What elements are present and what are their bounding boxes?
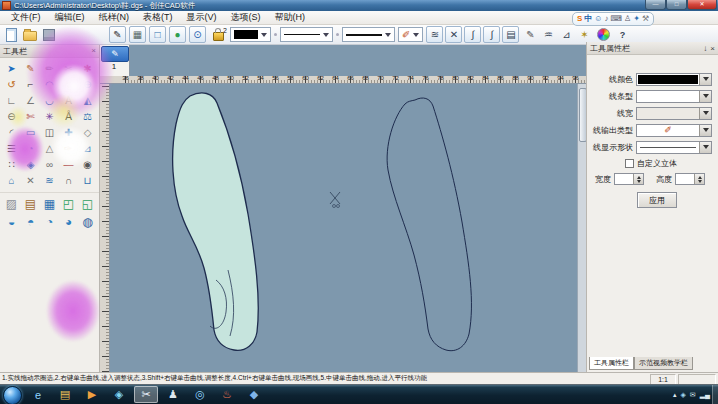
tool-button[interactable]: ∩ — [59, 172, 78, 188]
lock-button[interactable]: 2 — [209, 27, 227, 43]
line-color-select[interactable] — [636, 73, 712, 86]
tab-video-tutorial[interactable]: 示范视频教学栏 — [634, 357, 693, 370]
menu-item[interactable]: 纸样(N) — [92, 11, 137, 24]
taskbar-app-button[interactable]: ◈ — [107, 386, 131, 403]
dropdown-button[interactable] — [699, 74, 711, 85]
tool-button[interactable]: ⊕ — [78, 76, 97, 92]
curve-tool-button[interactable]: ✕ — [445, 26, 462, 43]
tool-button-large[interactable]: ▨ — [2, 195, 21, 213]
minimize-button[interactable]: — — [645, 0, 666, 10]
tool-button-large[interactable]: ▤ — [21, 195, 40, 213]
taskbar-app-button[interactable]: e — [26, 386, 50, 403]
tool-button-large[interactable]: ◰ — [59, 195, 78, 213]
line-output-select[interactable]: ✐ — [636, 124, 712, 137]
tool-button[interactable]: ◈ — [21, 156, 40, 172]
tool-button[interactable]: △ — [40, 140, 59, 156]
tool-button[interactable]: ✎ — [21, 60, 40, 76]
tool-button[interactable]: ◠ — [40, 76, 59, 92]
tray-icon[interactable]: ◈ — [680, 391, 685, 399]
taskbar-app-button[interactable]: ✂ — [134, 386, 158, 403]
tool-button-large[interactable]: ◔ — [40, 213, 59, 231]
tool-button[interactable]: ✄ — [21, 108, 40, 124]
toolbar-tool-button[interactable]: ✎ — [109, 26, 126, 43]
tool-button[interactable]: ◇ — [78, 124, 97, 140]
tool-button[interactable]: ◜ — [2, 124, 21, 140]
tray-icon[interactable]: ▴ — [673, 391, 677, 399]
curve-tool-button[interactable]: ≋ — [426, 26, 443, 43]
sogou-input-bar[interactable]: S中☺♪⌨♙✦⚒ — [572, 12, 654, 26]
shoe-pattern-outline[interactable] — [387, 98, 471, 351]
toolbar-tool-button[interactable]: ▦ — [129, 26, 146, 43]
menu-item[interactable]: 文件(F) — [4, 11, 48, 24]
toolbar-tool-button[interactable]: ● — [169, 26, 186, 43]
misc-tool-button[interactable]: ✎ — [522, 27, 538, 43]
pen-type-dropdown[interactable]: ✐ — [398, 27, 423, 42]
taskbar-app-button[interactable]: ▤ — [53, 386, 77, 403]
sogou-icon[interactable]: ✦ — [633, 14, 640, 24]
taskbar-app-button[interactable]: ♟ — [161, 386, 185, 403]
open-file-button[interactable] — [22, 27, 38, 43]
tray-icon[interactable]: ▂▄ — [700, 391, 710, 399]
curve-tool-button[interactable]: ▤ — [502, 26, 519, 43]
tool-button[interactable]: ◔ — [21, 140, 40, 156]
tool-button[interactable]: ⊔ — [78, 172, 97, 188]
color-wheel-button[interactable] — [595, 27, 611, 43]
menu-item[interactable]: 帮助(H) — [268, 11, 313, 24]
vertical-scrollbar[interactable] — [577, 84, 586, 372]
line-shape-select[interactable] — [636, 141, 712, 154]
tool-button[interactable]: ◫ — [40, 124, 59, 140]
misc-tool-button[interactable]: ✶ — [576, 27, 592, 43]
tool-button[interactable]: ➤ — [2, 60, 21, 76]
dropdown-button[interactable] — [699, 91, 711, 102]
tool-button[interactable]: ◡ — [40, 92, 59, 108]
tool-button[interactable]: ✂ — [59, 60, 78, 76]
sogou-icon[interactable]: 中 — [584, 14, 592, 24]
sogou-icon[interactable]: ♪ — [605, 14, 609, 24]
tool-panel-close-button[interactable]: × — [91, 46, 96, 56]
tool-button[interactable]: ☰ — [2, 140, 21, 156]
tool-button[interactable]: ∠ — [21, 92, 40, 108]
toolbar-tool-button[interactable]: ⊙ — [189, 26, 206, 43]
sogou-icon[interactable]: ⌨ — [611, 14, 623, 24]
taskbar-app-button[interactable]: ◎ — [188, 386, 212, 403]
tool-button[interactable]: ⌂ — [2, 172, 21, 188]
tray-icon[interactable]: ✉ — [690, 391, 696, 399]
tool-button[interactable]: — — [59, 156, 78, 172]
tool-button[interactable]: ✱ — [78, 60, 97, 76]
tool-button-large[interactable]: ◍ — [78, 213, 97, 231]
taskbar-app-button[interactable]: ♨ — [215, 386, 239, 403]
sogou-icon[interactable]: ⚒ — [642, 14, 649, 24]
tool-button[interactable]: ≋ — [40, 172, 59, 188]
taskbar-app-button[interactable]: ◆ — [242, 386, 266, 403]
tool-button[interactable]: ✏ — [40, 60, 59, 76]
show-desktop-button[interactable] — [712, 385, 718, 404]
stepper-buttons[interactable] — [633, 174, 643, 184]
menu-item[interactable]: 编辑(E) — [48, 11, 92, 24]
tool-button[interactable]: ✕ — [21, 172, 40, 188]
line-style-dropdown[interactable] — [280, 27, 333, 42]
tool-button[interactable]: A — [59, 92, 78, 108]
start-button[interactable] — [3, 386, 22, 404]
grading-view-button[interactable]: ✎ — [101, 46, 129, 62]
stepper-buttons[interactable] — [694, 174, 704, 184]
close-button[interactable]: ✕ — [687, 0, 717, 10]
height-stepper[interactable] — [675, 173, 705, 185]
dropdown-button[interactable] — [699, 142, 711, 153]
sogou-icon[interactable]: S — [577, 14, 582, 24]
tool-button-large[interactable]: ◱ — [78, 195, 97, 213]
tool-button[interactable]: Å — [59, 108, 78, 124]
custom-3d-checkbox[interactable] — [625, 159, 634, 168]
tool-button-large[interactable]: ▦ — [40, 195, 59, 213]
menu-item[interactable]: 表格(T) — [136, 11, 180, 24]
maximize-button[interactable]: □ — [666, 0, 687, 10]
line-weight-dropdown[interactable] — [342, 27, 395, 42]
line-width-select[interactable] — [636, 107, 712, 120]
tool-button[interactable]: ✚ — [59, 124, 78, 140]
tool-button[interactable]: ▭ — [21, 124, 40, 140]
tool-button[interactable]: ◉ — [78, 156, 97, 172]
tool-button[interactable]: ∞ — [40, 156, 59, 172]
sogou-icon[interactable]: ☺ — [594, 14, 602, 24]
line-color-dropdown[interactable] — [230, 27, 271, 42]
menu-item[interactable]: 选项(S) — [224, 11, 268, 24]
tool-button[interactable]: ⌐ — [21, 76, 40, 92]
